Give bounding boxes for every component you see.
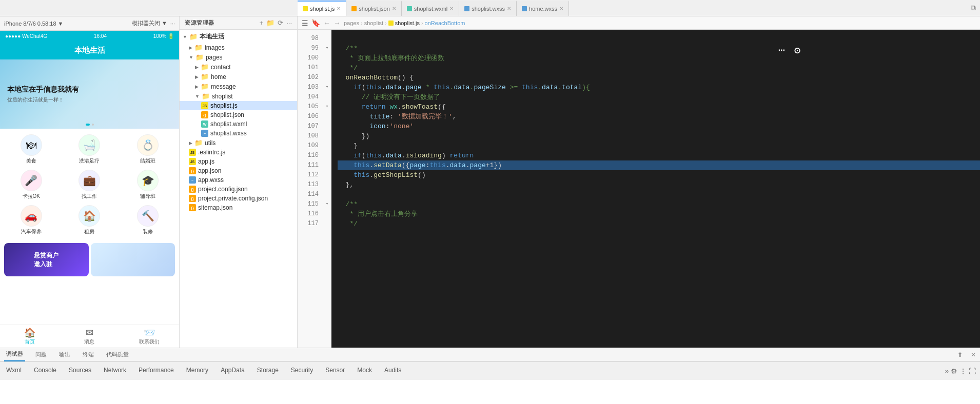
line-number-115: 115 [298,199,323,209]
tab-label: shoplist.js [310,6,335,12]
phone-icon-6[interactable]: 🚗汽车保养 [2,203,61,238]
phone-nav-message[interactable]: ✉ 消息 [60,325,119,348]
folder-item-images[interactable]: ▶📁images [180,43,297,52]
phone-promo-1: 悬赏商户邀入驻 [4,243,89,276]
code-line-106: title: '数据加载完毕！', [338,112,980,122]
line-number-107: 107 [298,122,323,131]
fe-new-file-icon[interactable]: + [260,19,264,27]
line-number-98: 98 [298,34,323,44]
fold-arrow-99[interactable]: ▾ [323,44,331,53]
phone-promo-2 [91,243,175,276]
panel-tab-terminal[interactable]: 终端 [81,351,96,358]
fold-arrow-103[interactable]: ▾ [323,83,331,92]
file-item-shoplist.json[interactable]: {}shoplist.json [180,110,297,119]
tab-close-icon[interactable]: ✕ [449,6,454,11]
devtools-tab-sensor[interactable]: Sensor [319,362,351,380]
file-item-sitemap.json[interactable]: {}sitemap.json [180,203,297,212]
file-tree-root[interactable]: ▼📁本地生活 [180,31,297,43]
more-devtools-icon[interactable]: » [945,367,949,375]
devtools-more-icon[interactable]: ⋮ [959,367,967,375]
file-item-shoplist.wxss[interactable]: ~shoplist.wxss [180,129,297,138]
tab-shoplist-js[interactable]: shoplist.js✕ [298,1,346,16]
tab-close-icon[interactable]: ✕ [337,6,341,11]
phone-icon-8[interactable]: 🔨装修 [119,203,177,238]
line-number-110: 110 [298,151,323,160]
fold-arrow-111 [323,160,331,170]
tab-icon-wxml [407,6,412,11]
file-item-.eslintrc.js[interactable]: JS.eslintrc.js [180,148,297,157]
panel-tab-problems[interactable]: 问题 [33,351,49,358]
file-item-app.js[interactable]: JSapp.js [180,157,297,166]
bookmark-icon[interactable]: 🔖 [311,19,320,27]
tab-close-icon[interactable]: ✕ [559,6,563,11]
phone-icon-3[interactable]: 🎤卡拉OK [2,167,61,203]
devtools-tab-memory[interactable]: Memory [180,362,214,380]
folder-item-utils[interactable]: ▶📁utils [180,138,297,148]
phone-icon-2[interactable]: 💍结婚班 [119,132,177,167]
panel-close[interactable]: ✕ [971,351,976,358]
folder-item-shoplist[interactable]: ▼📁shoplist [180,91,297,101]
phone-icon-7[interactable]: 🏠租房 [61,203,119,238]
devtools-tab-sources[interactable]: Sources [63,362,97,380]
network-selector[interactable]: 模拟器关闭 ▼ [132,19,167,27]
panel-tab-codequality[interactable]: 代码质量 [104,351,131,358]
tab-close-icon[interactable]: ✕ [507,6,511,11]
line-number-109: 109 [298,141,323,151]
back-icon[interactable]: ← [323,19,330,27]
devtools-tab-console[interactable]: Console [28,362,63,380]
tab-shoplist-wxml[interactable]: shoplist.wxml✕ [402,1,459,16]
devtools-tab-audits[interactable]: Audits [378,362,407,380]
folder-item-message[interactable]: ▶📁message [180,82,297,91]
devtools-tab-security[interactable]: Security [285,362,319,380]
fold-arrow-106 [323,112,331,122]
tab-close-icon[interactable]: ✕ [392,6,396,11]
device-selector[interactable]: iPhone 8/7/6 0.58:18 ▼ [4,21,63,27]
phone-nav-contact[interactable]: 📨 联系我们 [120,325,179,348]
code-line-109: } [338,141,980,151]
fold-arrow-115[interactable]: ▾ [323,199,331,209]
tab-home-wxss[interactable]: home.wxss✕ [517,1,569,16]
fe-refresh-icon[interactable]: ⟳ [278,19,283,27]
devtools-tab-mock[interactable]: Mock [351,362,378,380]
phone-nav-home[interactable]: 🏠 首页 [0,325,60,348]
fe-more-icon[interactable]: ··· [286,19,292,27]
tab-shoplist-json[interactable]: shoplist.json✕ [346,1,402,16]
devtools-tab-wxml[interactable]: Wxml [0,362,28,380]
panel-tab-output[interactable]: 输出 [57,351,72,358]
code-line-102: onReachBottom() { [338,73,980,83]
phone-icon-0[interactable]: 🍽美食 [2,132,61,167]
phone-icon-5[interactable]: 🎓辅导班 [119,167,177,203]
file-item-shoplist.js[interactable]: JSshoplist.js [180,101,297,110]
devtools-expand-icon[interactable]: ⛶ [969,367,976,375]
phone-icon-4[interactable]: 💼找工作 [61,167,119,203]
code-line-114 [338,190,980,199]
file-item-project.config.json[interactable]: {}project.config.json [180,185,297,194]
folder-item-home[interactable]: ▶📁home [180,72,297,82]
file-item-shoplist.wxml[interactable]: Wshoplist.wxml [180,119,297,129]
line-number-104: 104 [298,92,323,102]
folder-item-pages[interactable]: ▼📁pages [180,52,297,62]
fold-arrow-102 [323,73,331,83]
devtools-tab-network[interactable]: Network [97,362,132,380]
fold-arrow-105[interactable]: ▾ [323,102,331,112]
phone-icon-1[interactable]: 🛁洗浴足疗 [61,132,119,167]
file-item-app.wxss[interactable]: ~app.wxss [180,175,297,185]
devtools-tab-storage[interactable]: Storage [251,362,285,380]
tab-label: shoplist.json [359,6,390,12]
toggle-sidebar-icon[interactable]: ☰ [302,19,308,27]
devtools-settings-icon[interactable]: ⚙ [951,367,957,375]
tab-label: shoplist.wxss [472,6,505,12]
tab-shoplist-wxss[interactable]: shoplist.wxss✕ [459,1,517,16]
panel-tab-debugger[interactable]: 调试器 [4,348,25,361]
devtools-tab-appdata[interactable]: AppData [214,362,251,380]
devtools-tab-performance[interactable]: Performance [132,362,180,380]
more-device-options[interactable]: ··· [170,21,175,27]
folder-item-contact[interactable]: ▶📁contact [180,62,297,72]
file-item-project.private.config.json[interactable]: {}project.private.config.json [180,194,297,203]
panel-maximize[interactable]: ⬆ [957,351,963,358]
fe-new-folder-icon[interactable]: 📁 [266,19,275,27]
line-number-117: 117 [298,219,323,229]
file-item-app.json[interactable]: {}app.json [180,166,297,175]
forward-icon[interactable]: → [334,19,341,27]
split-editor-icon[interactable]: ⧉ [971,4,976,12]
